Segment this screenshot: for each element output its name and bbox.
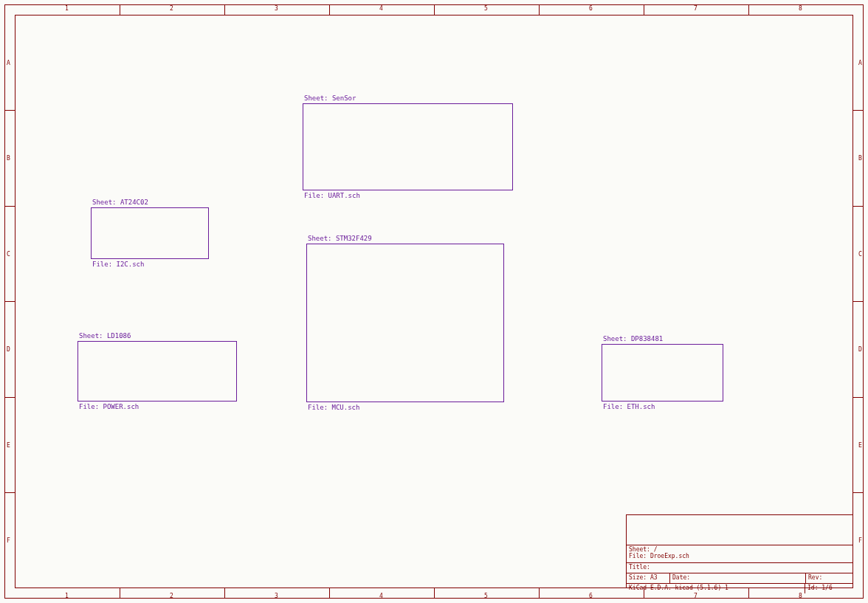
ruler-left-letter: B bbox=[7, 155, 10, 162]
ruler-tick bbox=[853, 110, 864, 111]
ruler-tick bbox=[853, 397, 864, 398]
ruler-left-letter: A bbox=[7, 60, 10, 66]
ruler-top-num: 5 bbox=[484, 5, 488, 12]
ruler-tick bbox=[853, 492, 864, 493]
tb-title: Title: bbox=[629, 563, 650, 573]
ruler-top-num: 1 bbox=[65, 5, 69, 12]
ruler-right-letter: A bbox=[858, 60, 862, 66]
ruler-right-letter: D bbox=[858, 346, 862, 353]
ruler-top-num: 7 bbox=[694, 5, 698, 12]
ruler-top-num: 4 bbox=[379, 5, 383, 12]
ruler-top-num: 2 bbox=[170, 5, 173, 12]
sheet-at24c02-file: File: I2C.sch bbox=[92, 261, 144, 268]
tb-rev: Rev: bbox=[805, 573, 852, 583]
ruler-tick bbox=[853, 206, 864, 207]
sheet-at24c02[interactable] bbox=[91, 207, 209, 259]
ruler-bottom-num: 3 bbox=[275, 593, 278, 599]
sheet-dp8384-name: Sheet: DP838481 bbox=[603, 335, 663, 342]
sheet-ld1086-name: Sheet: LD1086 bbox=[79, 332, 131, 340]
ruler-tick bbox=[4, 301, 15, 302]
sheet-sensor-file: File: UART.sch bbox=[304, 192, 360, 199]
sheet-dp8384[interactable] bbox=[602, 344, 723, 402]
ruler-tick bbox=[4, 206, 15, 207]
ruler-bottom-num: 6 bbox=[589, 593, 593, 599]
ruler-bottom-num: 8 bbox=[799, 593, 802, 599]
ruler-tick bbox=[434, 4, 435, 15]
tb-date: Date: bbox=[669, 573, 805, 583]
ruler-tick bbox=[329, 4, 330, 15]
ruler-right-letter: B bbox=[858, 155, 862, 162]
ruler-right-letter: E bbox=[858, 442, 862, 449]
ruler-tick bbox=[4, 110, 15, 111]
ruler-tick bbox=[748, 4, 749, 15]
ruler-right-letter: C bbox=[858, 251, 862, 258]
sheet-dp8384-file: File: ETH.sch bbox=[603, 403, 655, 410]
ruler-left-letter: C bbox=[7, 251, 10, 258]
ruler-bottom-num: 2 bbox=[170, 593, 173, 599]
ruler-tick bbox=[853, 301, 864, 302]
sheet-ld1086[interactable] bbox=[78, 341, 237, 402]
ruler-bottom-num: 4 bbox=[379, 593, 383, 599]
ruler-bottom-num: 5 bbox=[484, 593, 488, 599]
ruler-tick bbox=[4, 397, 15, 398]
tb-kicad: KiCad E.D.A. kicad (5.1.6)-1 bbox=[629, 584, 805, 593]
sheet-stm32-name: Sheet: STM32F429 bbox=[308, 235, 372, 242]
sheet-sensor-name: Sheet: SenSor bbox=[304, 94, 356, 102]
ruler-tick bbox=[120, 588, 120, 599]
sheet-sensor[interactable] bbox=[303, 103, 513, 190]
ruler-tick bbox=[4, 492, 15, 493]
ruler-tick bbox=[224, 588, 225, 599]
ruler-top-num: 8 bbox=[799, 5, 802, 12]
tb-size: Size: A3 bbox=[629, 573, 669, 583]
ruler-tick bbox=[539, 4, 540, 15]
ruler-tick bbox=[644, 4, 644, 15]
ruler-top-num: 3 bbox=[275, 5, 278, 12]
ruler-left-letter: E bbox=[7, 442, 10, 449]
sheet-stm32[interactable] bbox=[306, 244, 504, 402]
ruler-left-letter: D bbox=[7, 346, 10, 353]
ruler-tick bbox=[434, 588, 435, 599]
sheet-at24c02-name: Sheet: AT24C02 bbox=[92, 199, 148, 206]
ruler-right-letter: F bbox=[858, 537, 862, 544]
ruler-tick bbox=[224, 4, 225, 15]
sheet-ld1086-file: File: POWER.sch bbox=[79, 403, 139, 410]
ruler-left-letter: F bbox=[7, 537, 10, 544]
ruler-top-num: 6 bbox=[589, 5, 593, 12]
ruler-bottom-num: 1 bbox=[65, 593, 69, 599]
ruler-bottom-num: 7 bbox=[694, 593, 698, 599]
ruler-tick bbox=[120, 4, 120, 15]
tb-id: Id: 1/6 bbox=[805, 584, 852, 593]
ruler-tick bbox=[329, 588, 330, 599]
sheet-stm32-file: File: MCU.sch bbox=[308, 404, 359, 411]
ruler-tick bbox=[539, 588, 540, 599]
titleblock: Sheet: / File: DroeExp.sch Title: Size: … bbox=[626, 514, 853, 588]
tb-file: File: DroeExp.sch bbox=[629, 552, 689, 562]
